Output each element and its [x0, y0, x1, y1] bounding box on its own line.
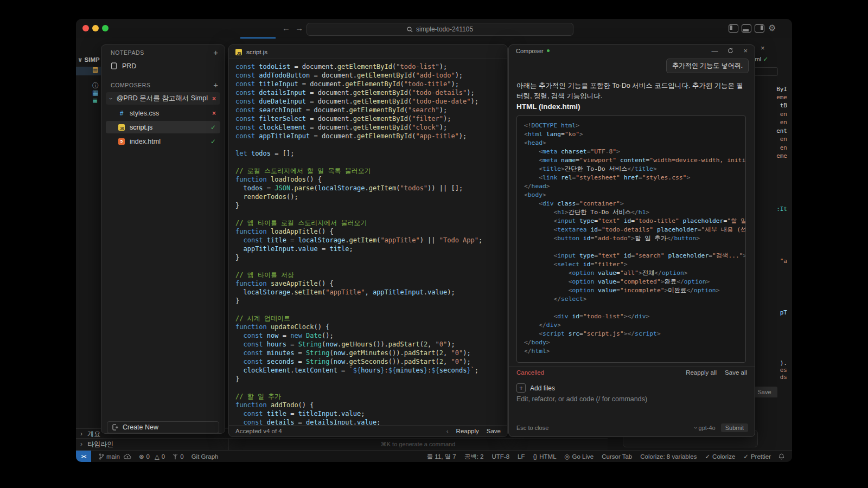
composer-code-block: <!DOCTYPE html><html lang="ko"><head> <m…: [516, 115, 746, 363]
git-graph-button[interactable]: Git Graph: [192, 453, 219, 460]
project-search-text: simple-todo-241105: [416, 25, 473, 33]
toggle-left-panel-icon[interactable]: [729, 24, 738, 33]
user-message-bubble: 추가적인 기능도 넣어줘.: [666, 59, 749, 73]
file-row-index-html[interactable]: 5 index.html ✓: [106, 135, 220, 147]
statusbar-item[interactable]: 줄 11, 열 7: [427, 453, 456, 461]
add-files-button[interactable]: + Add files: [516, 383, 555, 393]
file-row-styles-css[interactable]: # styles.css ×: [106, 107, 220, 119]
code-fragment: pT: [780, 309, 787, 316]
save-button[interactable]: Save: [487, 428, 501, 434]
prev-version-icon[interactable]: ‹: [446, 428, 449, 434]
editor-tab-label: script.js: [246, 49, 267, 55]
statusbar-item-label: LF: [518, 453, 525, 460]
statusbar-item[interactable]: Colorize: 8 variables: [640, 453, 697, 460]
code-fragment: ds: [780, 374, 787, 381]
search-icon: [407, 27, 413, 33]
composer-panel: Composer — × 추가적인 기능도 넣어줘. 아래는 추가적인 기능을 …: [508, 44, 755, 437]
code-fragment: ent: [776, 127, 787, 134]
chevron-right-icon: ›: [80, 440, 82, 448]
file-name: script.js: [130, 124, 206, 131]
nav-back-icon[interactable]: ←: [282, 23, 290, 33]
publish-cloud-icon: [124, 454, 131, 459]
git-branch[interactable]: main: [99, 453, 131, 460]
timeline-strip: › 타임라인 ⌘K to generate a command: [76, 438, 608, 450]
statusbar-item[interactable]: {}HTML: [533, 453, 557, 460]
composer-header: Composer — ×: [509, 45, 755, 56]
html-file-icon: 5: [118, 138, 125, 145]
create-new-label: Create New: [123, 423, 158, 431]
notifications-bell-icon[interactable]: [778, 453, 784, 460]
code-fragment: en: [780, 119, 787, 126]
nav-forward-icon[interactable]: →: [295, 23, 303, 33]
composer-item-label: @PRD 문서를 참고해서 Simple To...: [117, 94, 208, 103]
code-fragment: eme: [776, 152, 787, 159]
statusbar-right: 줄 11, 열 7공백: 2UTF-8LF{}HTML◎Go LiveCurso…: [427, 453, 771, 461]
close-icon[interactable]: ×: [212, 95, 216, 102]
explorer-section-fragment: ∨ SIMP: [78, 56, 100, 63]
code-fragment: en: [780, 136, 787, 143]
statusbar-item-label: Cursor Tab: [602, 453, 632, 460]
code-editor[interactable]: const todoList = document.getElementById…: [229, 59, 507, 425]
accepted-check-icon: ✓: [210, 138, 216, 145]
close-window-button[interactable]: [82, 25, 89, 31]
statusbar-item-label: HTML: [539, 453, 556, 460]
statusbar-item[interactable]: ◎Go Live: [565, 453, 594, 460]
code-fragment: eme: [776, 94, 787, 101]
statusbar-item-label: 공백: 2: [464, 453, 484, 461]
reapply-all-button[interactable]: Reapply all: [686, 369, 717, 376]
branch-icon: [99, 453, 104, 460]
model-selector[interactable]: › gpt-4o: [695, 425, 716, 431]
chevron-right-icon: ›: [80, 430, 82, 438]
file-row-script-js[interactable]: JS script.js ✓: [106, 121, 220, 133]
problems-indicator[interactable]: ⊗0 △0: [139, 453, 165, 460]
code-fragment: es: [780, 367, 787, 374]
submit-button[interactable]: Submit: [721, 423, 748, 432]
statusbar-item[interactable]: Cursor Tab: [602, 453, 632, 460]
refresh-icon[interactable]: [727, 48, 733, 54]
add-composer-button[interactable]: +: [213, 81, 218, 89]
composer-input[interactable]: Edit, refactor, or add code (/ for comma…: [516, 395, 747, 403]
assistant-message: 아래는 추가적인 기능을 포함한 To-Do 서비스 코드입니다. 추가된 기능…: [516, 81, 748, 102]
remote-indicator[interactable]: ><: [76, 451, 91, 462]
toggle-bottom-panel-icon[interactable]: [742, 24, 751, 33]
statusbar-item[interactable]: 공백: 2: [464, 453, 484, 461]
errors-icon: ⊗: [139, 453, 144, 460]
minimize-icon[interactable]: —: [711, 47, 718, 55]
statusbar-item[interactable]: UTF-8: [492, 453, 510, 460]
accepted-check-icon: ✓: [210, 124, 216, 131]
chevron-down-icon: ›: [693, 427, 699, 429]
file-name: styles.css: [130, 110, 208, 117]
timeline-section[interactable]: › 타임라인: [80, 439, 113, 450]
composer-item[interactable]: › @PRD 문서를 참고해서 Simple To... ×: [106, 92, 220, 105]
desktop: ← → simple-todo-241105 ⚙ ∨ SIMP × tml ✓ …: [0, 0, 868, 488]
close-icon[interactable]: ×: [743, 47, 748, 55]
editor-tab[interactable]: JS script.js: [229, 45, 507, 59]
explorer-file-icon: ≣: [92, 97, 98, 105]
create-new-button[interactable]: Create New: [107, 421, 219, 433]
statusbar-item[interactable]: ✓Colorize: [705, 453, 735, 460]
statusbar-item[interactable]: LF: [518, 453, 525, 460]
plus-icon: +: [516, 383, 526, 393]
css-file-icon: #: [118, 110, 125, 117]
statusbar-item[interactable]: ✓Prettier: [743, 453, 771, 460]
reapply-button[interactable]: Reapply: [456, 428, 479, 434]
add-notepad-button[interactable]: +: [213, 49, 218, 56]
notepad-item-prd[interactable]: PRD: [106, 60, 220, 72]
maximize-window-button[interactable]: [102, 25, 108, 31]
right-code-fragments: ByIemetBenenenteneneme:It"apT).esds: [757, 19, 790, 431]
project-search[interactable]: simple-todo-241105: [307, 23, 573, 36]
ports-indicator[interactable]: 0: [173, 453, 183, 460]
statusbar-item-label: UTF-8: [492, 453, 510, 460]
background-save-button[interactable]: Save: [751, 387, 777, 397]
save-all-button[interactable]: Save all: [725, 369, 747, 376]
active-dot-icon: [547, 49, 550, 52]
code-fragment: tB: [780, 102, 787, 109]
titlebar: ← → simple-todo-241105 ⚙: [76, 19, 792, 38]
explorer-file-icon: ▤: [92, 66, 98, 73]
minimize-window-button[interactable]: [92, 25, 99, 31]
code-fragment: :It: [776, 206, 787, 213]
js-file-icon: JS: [235, 49, 242, 55]
app-window: ← → simple-todo-241105 ⚙ ∨ SIMP × tml ✓ …: [76, 19, 792, 462]
discard-icon[interactable]: ×: [212, 110, 216, 117]
file-name: index.html: [130, 138, 206, 145]
